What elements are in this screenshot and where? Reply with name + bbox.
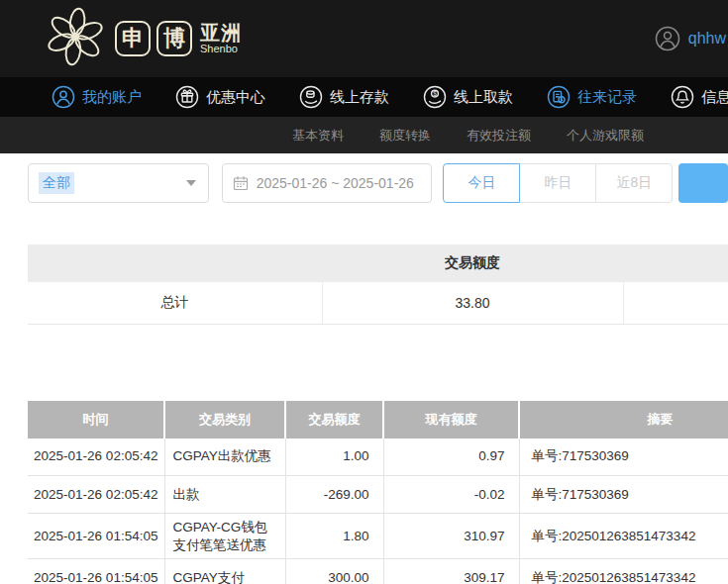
table-row: 2025-01-26 01:54:05 CGPAY-CG钱包支付笔笔送优惠 1.… (28, 514, 728, 559)
nav-item-transaction-records[interactable]: 往来记录 (547, 85, 637, 109)
summary-table: 交易额度 总计 33.80 (28, 244, 728, 325)
selected-type-value: 全部 (39, 172, 74, 194)
logo-char-box: 申 (115, 21, 151, 56)
summary-header-row: 交易额度 (28, 244, 728, 282)
svg-text:$: $ (433, 90, 437, 97)
brand-logo[interactable]: 申 博 亚洲 Shenbo (44, 5, 242, 72)
user-avatar-icon (655, 26, 680, 51)
subnav-item-credit-transfer[interactable]: 额度转换 (379, 127, 431, 145)
yesterday-button[interactable]: 昨日 (519, 163, 596, 203)
username-label: qhhw (688, 30, 726, 48)
record-time: 2025-01-26 01:54:05 (28, 559, 164, 584)
summary-total-label: 总计 (28, 282, 322, 324)
table-row: 2025-01-26 02:05:42 出款 -269.00 -0.02 单号:… (28, 476, 728, 514)
filter-toolbar: 全部 2025-01-26 ~ 2025-01-26 今日 昨日 近8日 (28, 163, 728, 203)
bell-circle-icon (671, 85, 694, 109)
table-row: 2025-01-26 01:54:05 CGPAY支付 300.00 309.1… (28, 559, 728, 584)
logo-char-box: 博 (156, 21, 192, 56)
nav-item-label: 往来记录 (577, 88, 637, 107)
record-type: CGPAY出款优惠 (164, 438, 285, 476)
date-range-value: 2025-01-26 ~ 2025-01-26 (257, 175, 414, 191)
record-memo: 单号:717530369 (519, 476, 728, 514)
column-header-memo: 摘要 (519, 401, 728, 438)
nav-item-label: 信息 (701, 88, 728, 107)
record-time: 2025-01-26 02:05:42 (28, 476, 164, 514)
table-row: 2025-01-26 02:05:42 CGPAY出款优惠 1.00 0.97 … (28, 438, 728, 476)
brand-text: 亚洲 Shenbo (200, 23, 242, 55)
summary-header-cell-empty (623, 244, 728, 282)
records-header-row: 时间 交易类别 交易额度 现有额度 摘要 (28, 401, 728, 438)
nav-item-my-account[interactable]: 我的账户 (52, 85, 142, 109)
nav-item-label: 线上存款 (330, 88, 389, 107)
nav-item-deposit[interactable]: 线上存款 (299, 85, 389, 109)
summary-header-cell-amount: 交易额度 (322, 244, 623, 282)
record-balance: 310.97 (383, 514, 519, 559)
column-header-amount: 交易额度 (285, 401, 383, 438)
quick-date-button-group: 今日 昨日 近8日 (443, 163, 673, 203)
subnav-item-valid-bets[interactable]: 有效投注额 (467, 127, 531, 145)
column-header-type: 交易类别 (164, 401, 285, 438)
column-header-time: 时间 (28, 401, 164, 438)
record-balance: 309.17 (383, 559, 519, 584)
record-balance: -0.02 (383, 476, 519, 514)
nav-item-label: 优惠中心 (206, 88, 265, 107)
record-amount: 1.00 (285, 438, 383, 476)
record-balance: 0.97 (383, 438, 519, 476)
top-brand-bar: 申 博 亚洲 Shenbo qhhw (0, 0, 728, 77)
summary-total-value: 33.80 (322, 282, 623, 324)
subnav-item-game-limits[interactable]: 个人游戏限额 (567, 127, 644, 145)
nav-item-withdrawal[interactable]: $ 线上取款 (423, 85, 513, 109)
brand-region-label: 亚洲 (200, 23, 242, 44)
summary-header-cell-empty (28, 244, 322, 282)
records-page-content: 全部 2025-01-26 ~ 2025-01-26 今日 昨日 近8日 (0, 163, 728, 584)
nav-item-label: 我的账户 (82, 88, 142, 107)
subnav-item-basic-info[interactable]: 基本资料 (292, 127, 344, 145)
nav-item-label: 线上取款 (454, 88, 513, 107)
record-memo: 单号:202501263851473342 (519, 514, 728, 559)
chevron-down-icon (186, 180, 196, 186)
record-amount: -269.00 (285, 476, 383, 514)
record-time: 2025-01-26 02:05:42 (28, 438, 164, 476)
flower-logo-icon (44, 5, 107, 72)
calendar-icon (233, 175, 249, 191)
record-memo: 单号:717530369 (519, 438, 728, 476)
last-8-days-button[interactable]: 近8日 (595, 163, 673, 203)
nav-item-promotions[interactable]: 优惠中心 (175, 85, 265, 109)
gift-circle-icon (175, 85, 199, 109)
main-navigation: 我的账户 优惠中心 线上存款 (0, 77, 728, 117)
record-type: CGPAY-CG钱包支付笔笔送优惠 (164, 514, 285, 559)
column-header-balance: 现有额度 (383, 401, 519, 438)
deposit-coins-circle-icon (299, 85, 323, 109)
summary-empty-cell (623, 282, 728, 324)
today-button[interactable]: 今日 (443, 163, 520, 203)
withdraw-coin-circle-icon: $ (423, 85, 447, 109)
query-button[interactable] (678, 163, 728, 203)
record-type: CGPAY支付 (164, 559, 285, 584)
user-account-area[interactable]: qhhw (655, 26, 726, 51)
record-amount: 300.00 (285, 559, 383, 584)
record-amount: 1.80 (285, 514, 383, 559)
nav-item-messages[interactable]: 信息 (671, 85, 728, 109)
brand-latin-label: Shenbo (200, 44, 242, 55)
transaction-records-table: 时间 交易类别 交易额度 现有额度 摘要 2025-01-26 02:05:42… (28, 401, 728, 584)
transaction-type-select[interactable]: 全部 (28, 163, 209, 203)
record-type: 出款 (164, 476, 285, 514)
user-circle-icon (52, 85, 75, 109)
records-clipboard-clock-circle-icon (547, 85, 571, 109)
record-memo: 单号:202501263851473342 (519, 559, 728, 584)
date-range-input[interactable]: 2025-01-26 ~ 2025-01-26 (222, 163, 433, 203)
account-sub-navigation: 基本资料 额度转换 有效投注额 个人游戏限额 (0, 117, 728, 153)
record-time: 2025-01-26 01:54:05 (28, 514, 164, 559)
summary-total-row: 总计 33.80 (28, 282, 728, 324)
